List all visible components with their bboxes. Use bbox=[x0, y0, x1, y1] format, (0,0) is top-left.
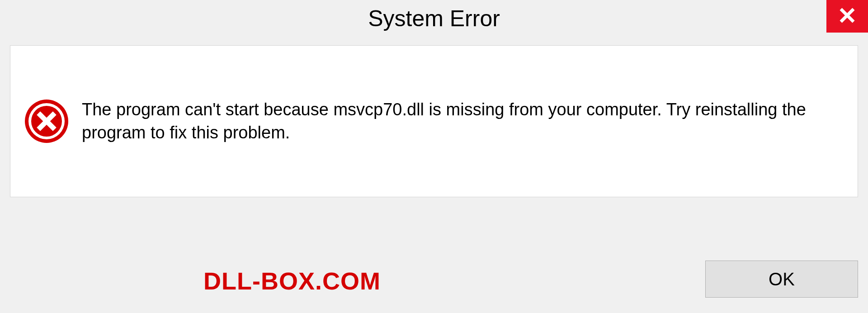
branding-text: DLL-BOX.COM bbox=[203, 267, 381, 295]
dialog-title: System Error bbox=[368, 5, 500, 32]
title-bar: System Error bbox=[0, 0, 868, 45]
content-area: The program can't start because msvcp70.… bbox=[10, 45, 858, 197]
ok-button-label: OK bbox=[769, 269, 795, 289]
close-icon bbox=[838, 6, 856, 26]
dialog-footer: DLL-BOX.COM OK bbox=[0, 259, 868, 313]
ok-button[interactable]: OK bbox=[705, 261, 858, 298]
error-dialog: System Error The program can't start bec… bbox=[0, 0, 868, 313]
close-button[interactable] bbox=[826, 0, 868, 33]
error-icon bbox=[24, 99, 69, 144]
error-message: The program can't start because msvcp70.… bbox=[82, 98, 844, 145]
